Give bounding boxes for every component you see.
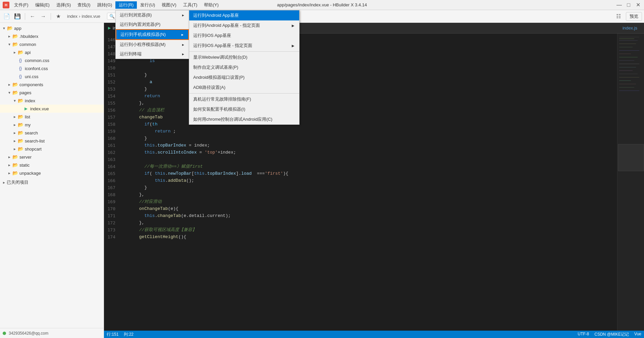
svg-rect-1 — [619, 39, 634, 39]
forward-button[interactable]: → — [39, 12, 48, 21]
menu-find[interactable]: 查找(I) — [74, 1, 94, 9]
tree-item-components[interactable]: ► 📂 components — [0, 80, 104, 89]
svg-rect-7 — [619, 57, 638, 57]
submenu-custom-debug[interactable]: 制作自定义调试基座(P) — [189, 62, 299, 72]
tree-item-index-vue[interactable]: ▶ index.vue — [0, 105, 104, 113]
window-title: app/pages/index/index.vue - HBuilder X 3… — [277, 2, 367, 7]
svg-rect-12 — [619, 74, 638, 74]
menu-run[interactable]: 运行(R) — [115, 1, 137, 9]
menu-file[interactable]: 文件(F) — [11, 1, 32, 9]
menu-jump[interactable]: 跳转(G) — [94, 1, 116, 9]
tree-item-list[interactable]: ► 📂 list — [0, 113, 104, 121]
save-button[interactable]: 💾 — [13, 12, 22, 21]
tree-item-shopcart[interactable]: ► 📂 shopcart — [0, 145, 104, 153]
toolbar: 📄 💾 ← → ★ index › index.vue 🔍 ☷ 预览 — [0, 10, 644, 23]
tree-item-app[interactable]: ▼ 📂 app — [0, 24, 104, 32]
tree-arrow-static: ► — [7, 163, 12, 167]
toolbar-separator-1 — [25, 13, 25, 20]
submenu-android-base-label: 运行到Android App基座 — [193, 12, 239, 18]
bookmark-button[interactable]: ★ — [54, 12, 63, 21]
tree-item-iconfont-css[interactable]: {} iconfont.css — [0, 64, 104, 72]
submenu-android-base[interactable]: 运行到Android App基座 — [189, 10, 299, 20]
tree-label-pages: pages — [19, 90, 31, 95]
tree-arrow-list: ► — [12, 115, 17, 119]
submenu-ios-base[interactable]: 运行到iOS App基座 — [189, 31, 299, 41]
tree-item-my[interactable]: ► 📂 my — [0, 121, 104, 129]
folder-icon-static: 📂 — [12, 162, 18, 168]
tree-arrow-app: ▼ — [1, 26, 7, 30]
menu-view[interactable]: 视图(V) — [158, 1, 179, 9]
svg-rect-10 — [619, 67, 636, 67]
folder-icon-app: 📂 — [7, 25, 13, 31]
submenu-custom-debug-label: 制作自定义调试基座(P) — [193, 64, 238, 70]
tree-item-search-list[interactable]: ► 📂 search-list — [0, 137, 104, 145]
tree-arrow-my: ► — [12, 123, 17, 127]
menu-edit[interactable]: 编辑(E) — [32, 1, 53, 9]
tree-item-uni-css[interactable]: {} uni.css — [0, 72, 104, 80]
new-file-button[interactable]: 📄 — [2, 12, 11, 21]
folder-icon-hbuilderx: 📂 — [12, 34, 18, 39]
tree-item-closed-projects[interactable]: ► 已关闭项目 — [0, 178, 104, 186]
menu-help[interactable]: 帮助(Y) — [201, 1, 222, 9]
user-email: 3429356426@qq.com — [9, 331, 48, 336]
status-col: 列:22 — [124, 332, 133, 337]
menu-run-terminal[interactable]: 运行到终端 ► — [116, 49, 189, 59]
tree-item-unpackage[interactable]: ► 📂 unpackage — [0, 169, 104, 177]
status-source: CSDN @MIKE记记 — [594, 332, 629, 337]
close-button[interactable]: ✕ — [635, 2, 641, 8]
path-segment-1: index — [67, 14, 77, 19]
folder-icon-shopcart: 📂 — [17, 146, 23, 152]
tree-arrow-components: ► — [7, 83, 12, 87]
status-right: UTF-8 CSDN @MIKE记记 Vue — [578, 332, 641, 337]
tree-item-server[interactable]: ► 📂 server — [0, 153, 104, 161]
preview-button[interactable]: 预览 — [626, 12, 642, 21]
submenu-ios-base-page[interactable]: 运行到iOS App基座 - 指定页面 ► — [189, 41, 299, 51]
status-line: 行:151 — [107, 332, 118, 337]
svg-rect-4 — [619, 47, 633, 47]
submenu-android-base-page[interactable]: 运行到Android App基座 - 指定页面 ► — [189, 20, 299, 31]
maximize-button[interactable]: □ — [625, 2, 632, 8]
folder-icon-components: 📂 — [12, 82, 18, 87]
tree-item-pages[interactable]: ▼ 📂 pages — [0, 89, 104, 97]
submenu-android-base-page-arrow: ► — [291, 23, 295, 28]
svg-rect-14 — [619, 80, 631, 81]
folder-icon-my: 📂 — [17, 122, 23, 127]
minimize-button[interactable]: — — [616, 2, 623, 8]
menu-run-terminal-label: 运行到终端 — [120, 51, 142, 57]
submenu-troubleshoot[interactable]: 真机运行常见故障排除指南(F) — [189, 94, 299, 104]
tree-label-common-css: common.css — [25, 58, 49, 63]
menu-tools[interactable]: 工具(T) — [180, 1, 201, 9]
svg-rect-17 — [619, 91, 639, 91]
back-button[interactable]: ← — [28, 12, 37, 21]
tree-item-index-folder[interactable]: ▼ 📂 index — [0, 97, 104, 105]
submenu-adb-path[interactable]: ADB路径设置(A) — [189, 82, 299, 93]
submenu-chrome-debug[interactable]: 如何用chrome控制台调试Android应用(C) — [189, 114, 299, 124]
tree-item-search[interactable]: ► 📂 search — [0, 129, 104, 137]
submenu-android-port[interactable]: Android模拟器端口设置(P) — [189, 72, 299, 82]
line-numbers: 1461471481491501511521531541551561571581… — [104, 34, 121, 331]
tree-item-api[interactable]: ► 📂 api — [0, 48, 104, 56]
svg-rect-2 — [619, 40, 638, 41]
menu-release[interactable]: 发行(U) — [137, 1, 158, 9]
tree-item-hbuilderx[interactable]: ► 📂 .hbuilderx — [0, 32, 104, 40]
menu-run-phone[interactable]: 运行到手机或模拟器(N) ► — [116, 29, 189, 40]
svg-rect-16 — [619, 87, 634, 88]
filter-icon[interactable]: ☷ — [614, 12, 623, 21]
tree-item-common[interactable]: ▼ 📂 common — [0, 40, 104, 48]
tree-arrow-search-list: ► — [12, 139, 17, 143]
submenu-webview-debug[interactable]: 显示Webview调试控制台(D) — [189, 52, 299, 62]
svg-rect-9 — [619, 64, 639, 64]
submenu-install-simulator[interactable]: 如何安装配置手机模拟器(I) — [189, 104, 299, 114]
folder-icon-search: 📂 — [17, 130, 23, 135]
connection-status-dot — [3, 332, 6, 335]
menu-run-builtin-browser[interactable]: 运行到内置浏览器(P) — [116, 20, 189, 29]
menu-run-browser-label: 运行到浏览器(B) — [120, 12, 152, 18]
menu-run-browser[interactable]: 运行到浏览器(B) ► — [116, 10, 189, 20]
tree-item-common-css[interactable]: {} common.css — [0, 56, 104, 64]
menu-select[interactable]: 选择(S) — [53, 1, 74, 9]
tree-arrow-closed: ► — [1, 181, 7, 184]
menu-run-miniprogram[interactable]: 运行到小程序模拟器(M) ► — [116, 40, 189, 49]
folder-icon-unpackage: 📂 — [12, 170, 18, 176]
folder-icon-pages: 📂 — [12, 90, 18, 95]
tree-item-static[interactable]: ► 📂 static — [0, 161, 104, 169]
